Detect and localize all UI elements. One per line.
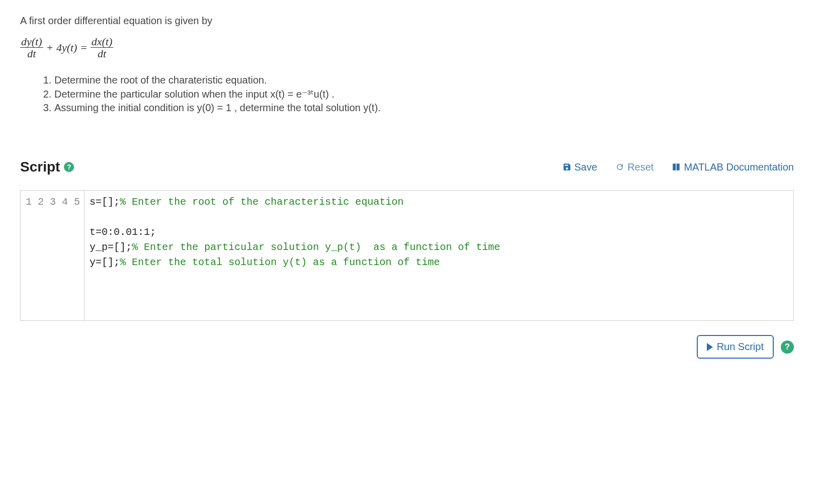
help-icon[interactable]: ? — [64, 162, 74, 172]
reset-button[interactable]: Reset — [615, 161, 654, 173]
script-toolbar: Save Reset MATLAB Documentation — [562, 161, 794, 173]
equation-middle: + 4y(t) = — [46, 41, 88, 54]
task-item: Determine the root of the charateristic … — [54, 74, 794, 86]
save-button[interactable]: Save — [562, 161, 598, 173]
save-icon — [562, 162, 572, 172]
book-icon — [672, 162, 681, 172]
line-gutter: 1 2 3 4 5 — [21, 191, 85, 320]
rhs-denominator: dt — [97, 48, 107, 59]
docs-label: MATLAB Documentation — [684, 161, 794, 173]
differential-equation: dy(t) dt + 4y(t) = dx(t) dt — [20, 36, 794, 59]
play-icon — [707, 343, 713, 351]
script-heading: Script — [20, 159, 60, 175]
task-list: Determine the root of the charateristic … — [40, 74, 794, 114]
code-area[interactable]: s=[];% Enter the root of the characteris… — [85, 191, 793, 320]
run-label: Run Script — [717, 341, 764, 353]
help-icon[interactable]: ? — [781, 341, 794, 354]
code-editor[interactable]: 1 2 3 4 5 s=[];% Enter the root of the c… — [20, 190, 794, 321]
problem-intro: A first order differential equation is g… — [20, 15, 794, 27]
docs-link[interactable]: MATLAB Documentation — [672, 161, 794, 173]
rhs-numerator: dx(t) — [91, 36, 114, 48]
reset-icon — [615, 162, 624, 172]
save-label: Save — [575, 161, 598, 173]
reset-label: Reset — [627, 161, 654, 173]
task-item: Determine the particular solution when t… — [54, 88, 794, 100]
lhs-denominator: dt — [26, 48, 37, 59]
task-item: Assuming the initial condition is y(0) =… — [54, 102, 794, 114]
lhs-numerator: dy(t) — [20, 36, 43, 48]
run-script-button[interactable]: Run Script — [697, 335, 774, 359]
